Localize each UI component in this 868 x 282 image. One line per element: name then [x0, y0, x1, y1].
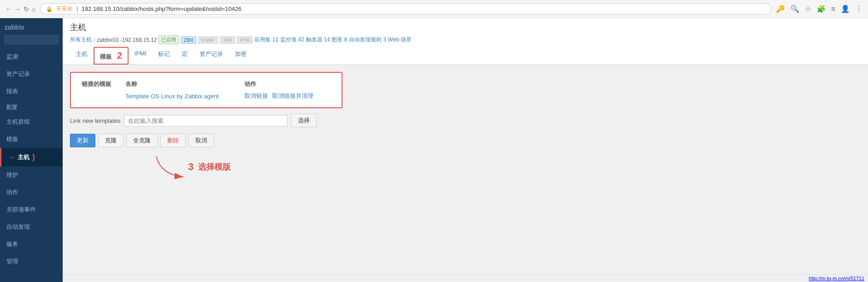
template-name-cell: Template OS Linux by Zabbix agent: [122, 90, 241, 102]
tab-host[interactable]: 主机: [70, 47, 94, 65]
sidebar-item-monitoring[interactable]: 监测: [0, 48, 63, 65]
search-browser-icon[interactable]: 🔍: [790, 5, 799, 13]
template-empty-cell: [78, 90, 122, 102]
template-name-link[interactable]: Template OS Linux by Zabbix agent: [125, 93, 219, 100]
badge-jmx: JMX: [220, 36, 235, 44]
link-items[interactable]: 监控项 42: [280, 36, 304, 44]
app-wrapper: zabbix 监测 资产记录 报表 配置 主机群组 模板 → 主机 ) 维护 动…: [0, 18, 868, 282]
sidebar-item-actions[interactable]: 动作: [0, 184, 63, 201]
col-header-linked: 链接的模板: [78, 78, 122, 90]
sidebar-logo: zabbix: [0, 18, 63, 35]
unlink-button[interactable]: 取消链接: [244, 92, 268, 99]
status-badge: 已启用: [159, 35, 179, 44]
col-header-name: 名称: [122, 78, 241, 90]
breadcrumb-host-name: zabbix03 -192.168.15.12: [97, 37, 157, 43]
back-icon[interactable]: ←: [5, 5, 12, 13]
tab-asset[interactable]: 资产记录: [193, 47, 229, 65]
content-area: 主机 所有主机 / zabbix03 -192.168.15.12 已启用 ZB…: [63, 18, 868, 282]
link-new-label: Link new templates: [70, 117, 120, 124]
sidebar-paren: ): [32, 152, 35, 162]
sidebar-item-discovery[interactable]: 自动发现: [0, 218, 63, 236]
sidebar-hosts-label: 主机: [18, 153, 30, 161]
sidebar-item-services[interactable]: 服务: [0, 236, 63, 253]
tab-ipmi[interactable]: IPMI: [129, 47, 153, 65]
insecure-label: 不安全: [56, 5, 73, 13]
badge-ipmi: IPMI: [237, 36, 253, 44]
link-new-row: Link new templates 选择: [70, 114, 342, 127]
annotation-3-text: 选择模版: [198, 161, 231, 172]
refresh-icon[interactable]: ↻: [24, 5, 29, 13]
tab-macros[interactable]: 宏: [176, 47, 193, 65]
sidebar: zabbix 监测 资产记录 报表 配置 主机群组 模板 → 主机 ) 维护 动…: [0, 18, 63, 282]
annotation-arrow-svg: [152, 152, 188, 179]
user-icon[interactable]: 👤: [841, 5, 850, 13]
template-actions-cell: 取消链接 取消链接并清理: [241, 90, 334, 102]
sidebar-search-input[interactable]: [4, 35, 59, 45]
annotation-3-area: 3 选择模版: [152, 152, 861, 179]
template-table: 链接的模板 名称 动作 Template OS Linux by Zabbix …: [78, 78, 334, 102]
sidebar-item-templates[interactable]: 模板: [0, 131, 63, 148]
tab-templates[interactable]: 模板 2: [94, 47, 129, 65]
badge-snmp: SNMP: [198, 36, 218, 44]
unlink-clear-button[interactable]: 取消链接并清理: [272, 92, 313, 99]
footer: http://m.to-m.cn/m/51711: [63, 274, 868, 282]
template-box: 链接的模板 名称 动作 Template OS Linux by Zabbix …: [70, 72, 342, 108]
sidebar-item-host-groups[interactable]: 主机群组: [0, 113, 63, 131]
link-discovery[interactable]: 自动发现规则 3: [349, 36, 386, 44]
col-header-action: 动作: [241, 78, 334, 90]
extension-icon[interactable]: 🧩: [817, 5, 826, 13]
sidebar-item-admin[interactable]: 管理: [0, 253, 63, 270]
annotation-2: 2: [117, 50, 122, 60]
table-row: Template OS Linux by Zabbix agent 取消链接 取…: [78, 90, 334, 102]
annotation-3-label: 3 选择模版: [188, 161, 231, 173]
sidebar-item-hosts[interactable]: → 主机 ): [0, 148, 63, 166]
footer-link[interactable]: http://m.to-m.cn/m/51711: [809, 276, 864, 281]
lock-icon: 🔒: [46, 6, 53, 12]
main-content: 链接的模板 名称 动作 Template OS Linux by Zabbix …: [63, 65, 868, 274]
link-web[interactable]: Web 场景: [388, 36, 412, 44]
sidebar-item-reports[interactable]: 报表: [0, 83, 63, 100]
badge-zbx: ZBX: [181, 36, 196, 44]
link-graphs[interactable]: 图形 8: [332, 36, 347, 44]
key-icon: 🔑: [776, 5, 785, 13]
breadcrumb-sep: /: [94, 37, 95, 43]
tab-tags[interactable]: 标记: [152, 47, 176, 65]
tab-templates-label: 模板: [100, 53, 112, 60]
browser-actions: 🔑 🔍 ☆ 🧩 ≡ 👤 ⋮: [776, 5, 863, 13]
select-button[interactable]: 选择: [291, 114, 317, 127]
link-triggers[interactable]: 触发器 14: [306, 36, 330, 44]
sidebar-item-correlation[interactable]: 关联项事件: [0, 201, 63, 218]
url-text: 192.168.15.10/zabbix/hosts.php?form=upda…: [82, 5, 765, 12]
annotation-3-num: 3: [188, 161, 193, 173]
sidebar-item-assets[interactable]: 资产记录: [0, 65, 63, 83]
home-icon[interactable]: ⌂: [32, 5, 35, 13]
breadcrumb-all-hosts[interactable]: 所有主机: [70, 36, 92, 44]
tab-encryption[interactable]: 加密: [229, 47, 253, 65]
star-icon[interactable]: ☆: [805, 5, 811, 13]
page-title: 主机: [70, 22, 861, 33]
clone-button[interactable]: 克隆: [98, 134, 124, 147]
full-clone-button[interactable]: 全克隆: [126, 134, 158, 147]
template-search-input[interactable]: [124, 115, 288, 126]
action-buttons: 更新 克隆 全克隆 删除 取消: [70, 134, 861, 147]
address-bar[interactable]: 🔒 不安全 | 192.168.15.10/zabbix/hosts.php?f…: [40, 3, 771, 15]
more-icon[interactable]: ⋮: [855, 5, 863, 13]
forward-icon[interactable]: →: [15, 5, 21, 13]
sidebar-config-header: 配置: [0, 100, 63, 113]
url-separator: |: [76, 6, 78, 12]
page-tabs: 主机 模板 2 IPMI 标记 宏 资产记录 加密: [70, 47, 861, 64]
delete-button[interactable]: 删除: [160, 134, 186, 147]
browser-nav-icons: ← → ↻ ⌂: [5, 5, 35, 13]
arrow-container: [152, 152, 188, 179]
sidebar-arrow-icon: →: [8, 153, 15, 161]
page-header: 主机 所有主机 / zabbix03 -192.168.15.12 已启用 ZB…: [63, 18, 868, 65]
cancel-button[interactable]: 取消: [188, 134, 214, 147]
menu-icon[interactable]: ≡: [831, 5, 835, 13]
update-button[interactable]: 更新: [70, 134, 95, 147]
sidebar-item-maintenance[interactable]: 维护: [0, 166, 63, 184]
link-applications[interactable]: 应用集 11: [254, 36, 278, 44]
browser-bar: ← → ↻ ⌂ 🔒 不安全 | 192.168.15.10/zabbix/hos…: [0, 0, 868, 18]
breadcrumb: 所有主机 / zabbix03 -192.168.15.12 已启用 ZBX S…: [70, 35, 861, 44]
